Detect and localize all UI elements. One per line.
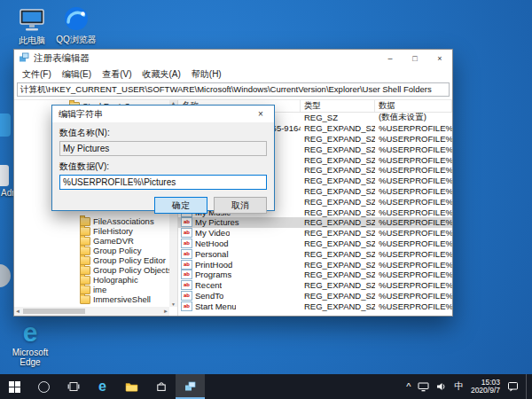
maximize-button[interactable]: □ bbox=[403, 50, 427, 67]
value-type: REG_EXPAND_SZ bbox=[301, 280, 375, 290]
value-name: Start Menu bbox=[195, 301, 236, 311]
value-name-input[interactable] bbox=[59, 141, 267, 156]
value-name: Personal bbox=[195, 249, 229, 259]
value-data: %USERPROFILE%\Favorites bbox=[375, 176, 452, 185]
tree-item-label: ime bbox=[93, 285, 106, 294]
taskbar-edge-button[interactable]: e bbox=[88, 374, 117, 399]
registry-value-row[interactable]: abStart MenuREG_EXPAND_SZ%USERPROFILE%\A… bbox=[178, 301, 452, 311]
app-icon bbox=[0, 113, 11, 137]
task-view-icon bbox=[67, 381, 80, 392]
tree-item[interactable]: ImmersiveShell bbox=[80, 294, 151, 304]
search-icon bbox=[38, 381, 50, 393]
qq-browser-icon bbox=[63, 5, 90, 32]
registry-value-row[interactable]: abPrintHoodREG_EXPAND_SZ%USERPROFILE%\Ap… bbox=[178, 259, 452, 270]
title-bar[interactable]: 注册表编辑器 – □ × bbox=[14, 50, 452, 67]
registry-value-row[interactable]: abProgramsREG_EXPAND_SZ%USERPROFILE%\App… bbox=[178, 270, 452, 280]
registry-value-row[interactable]: abMy VideoREG_EXPAND_SZ%USERPROFILE%\Vid… bbox=[178, 228, 452, 239]
tree-item[interactable]: FileHistory bbox=[80, 226, 133, 236]
regedit-app-icon bbox=[19, 51, 29, 66]
desktop-icon-this-pc[interactable]: 此电脑 bbox=[7, 6, 57, 47]
value-name: My Video bbox=[195, 228, 230, 238]
column-header-data[interactable]: 数据 bbox=[375, 100, 452, 112]
scroll-right-icon[interactable]: ► bbox=[163, 309, 168, 314]
value-data: %USERPROFILE%\Desktop bbox=[375, 165, 452, 175]
value-data: %USERPROFILE%\AppData\Local\Microsoft\Wi… bbox=[375, 155, 452, 165]
ime-indicator[interactable]: 中 bbox=[454, 380, 464, 393]
menu-item-1[interactable]: 编辑(E) bbox=[57, 68, 97, 81]
tree-item[interactable]: Group Policy bbox=[80, 246, 141, 255]
tree-item-label: Group Policy Editor bbox=[93, 255, 166, 265]
tree-horizontal-scrollbar[interactable]: ◄ ► bbox=[14, 307, 169, 316]
value-name: Programs bbox=[195, 270, 231, 279]
partial-desktop-icon[interactable] bbox=[0, 113, 11, 137]
icon-label: Microsoft Edge bbox=[7, 348, 53, 367]
value-type: REG_SZ bbox=[301, 113, 375, 122]
menu-bar: 文件(F)编辑(E)查看(V)收藏夹(A)帮助(H) bbox=[14, 67, 452, 81]
close-button[interactable]: × bbox=[427, 50, 452, 67]
menu-item-3[interactable]: 收藏夹(A) bbox=[137, 68, 185, 81]
tree-item[interactable]: Group Policy Editor bbox=[80, 255, 166, 265]
menu-item-2[interactable]: 查看(V) bbox=[97, 68, 137, 81]
value-type: REG_EXPAND_SZ bbox=[301, 207, 375, 217]
dialog-title-bar[interactable]: 编辑字符串 × bbox=[52, 106, 274, 122]
ok-button[interactable]: 确定 bbox=[154, 197, 207, 214]
edge-icon: e bbox=[98, 379, 106, 394]
tree-item-label: ImmersiveShell bbox=[93, 294, 151, 304]
icon-label: 此电脑 bbox=[19, 35, 45, 47]
desktop-icon-edge[interactable]: e Microsoft Edge bbox=[7, 319, 53, 367]
taskbar-regedit-button[interactable] bbox=[176, 374, 205, 399]
desktop: Adm... 此电脑 QQ浏览器 e Microsoft bbox=[0, 0, 532, 399]
value-name: PrintHood bbox=[195, 260, 232, 270]
minimize-button[interactable]: – bbox=[378, 50, 403, 67]
string-value-icon: ab bbox=[181, 249, 192, 259]
value-data-input[interactable] bbox=[59, 175, 267, 190]
tree-item-label: Group Policy Objects bbox=[93, 265, 169, 275]
taskbar-store-button[interactable] bbox=[146, 374, 176, 399]
tree-item[interactable]: Group Policy Objects bbox=[80, 265, 169, 275]
partial-desktop-icon[interactable] bbox=[0, 264, 11, 287]
start-button[interactable] bbox=[0, 374, 29, 399]
show-desktop-button[interactable] bbox=[526, 374, 530, 399]
string-value-icon: ab bbox=[181, 270, 192, 279]
value-type: REG_EXPAND_SZ bbox=[301, 239, 375, 248]
tree-item[interactable]: GameDVR bbox=[80, 236, 134, 246]
partial-desktop-icon[interactable] bbox=[0, 165, 9, 186]
menu-item-4[interactable]: 帮助(H) bbox=[186, 68, 227, 81]
tree-item-label: Group Policy bbox=[93, 246, 141, 255]
value-type: REG_EXPAND_SZ bbox=[301, 291, 375, 301]
scroll-thumb[interactable] bbox=[23, 309, 85, 314]
string-value-icon: ab bbox=[181, 228, 192, 238]
column-header-type[interactable]: 类型 bbox=[301, 100, 375, 112]
string-value-icon: ab bbox=[181, 239, 192, 248]
registry-value-row[interactable]: abSendToREG_EXPAND_SZ%USERPROFILE%\AppDa… bbox=[178, 291, 452, 301]
taskbar: e ^ bbox=[0, 374, 532, 399]
value-data: %USERPROFILE%\AppData\Local\Microsoft\Wi… bbox=[375, 145, 452, 154]
menu-item-0[interactable]: 文件(F) bbox=[17, 68, 57, 81]
window-controls: – □ × bbox=[378, 50, 452, 67]
dialog-buttons: 确定 取消 bbox=[59, 197, 267, 214]
address-input[interactable]: 计算机\HKEY_CURRENT_USER\SOFTWARE\Microsoft… bbox=[17, 82, 450, 97]
desktop-icon-qq-browser[interactable]: QQ浏览器 bbox=[51, 5, 101, 46]
registry-value-row[interactable]: abRecentREG_EXPAND_SZ%USERPROFILE%\AppDa… bbox=[178, 280, 452, 291]
window-title: 注册表编辑器 bbox=[34, 52, 373, 65]
tree-item[interactable]: Holographic bbox=[80, 275, 138, 285]
store-icon bbox=[156, 381, 167, 392]
task-view-button[interactable] bbox=[59, 374, 88, 399]
registry-value-row[interactable]: abPersonalREG_EXPAND_SZ%USERPROFILE%\Doc… bbox=[178, 248, 452, 259]
windows-logo-icon bbox=[9, 381, 20, 393]
network-icon[interactable] bbox=[418, 382, 429, 392]
scroll-left-icon[interactable]: ◄ bbox=[15, 309, 20, 314]
value-type: REG_EXPAND_SZ bbox=[301, 123, 375, 133]
action-center-icon[interactable] bbox=[507, 381, 519, 392]
taskbar-clock[interactable]: 15:03 2020/9/7 bbox=[471, 379, 500, 395]
registry-value-row[interactable]: abNetHoodREG_EXPAND_SZ%USERPROFILE%\AppD… bbox=[178, 239, 452, 249]
scroll-down-icon[interactable]: ▼ bbox=[171, 301, 176, 307]
cancel-button[interactable]: 取消 bbox=[214, 197, 267, 214]
tray-expand-icon[interactable]: ^ bbox=[406, 382, 411, 392]
value-data: %USERPROFILE%\AppData\Roaming\Microsoft\… bbox=[375, 270, 452, 279]
tree-item-label: Holographic bbox=[93, 275, 138, 285]
dialog-close-button[interactable]: × bbox=[247, 106, 274, 122]
search-button[interactable] bbox=[29, 374, 59, 399]
taskbar-file-explorer-button[interactable] bbox=[117, 374, 146, 399]
volume-icon[interactable] bbox=[436, 382, 447, 391]
